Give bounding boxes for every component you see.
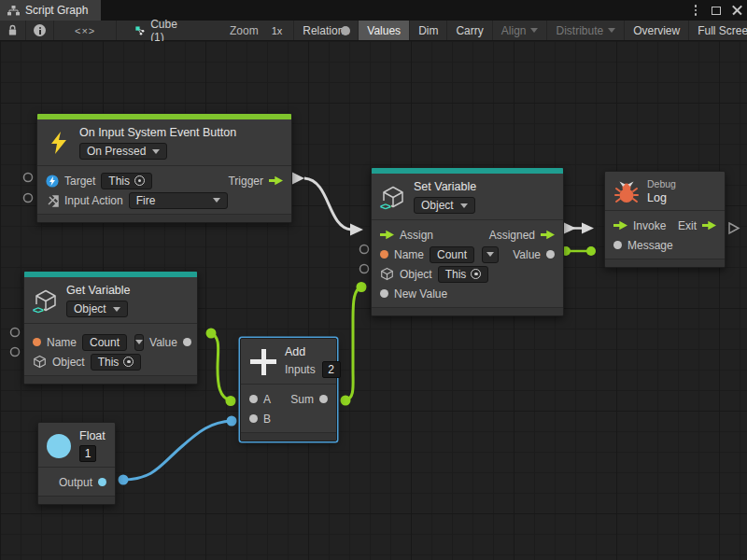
plus-icon [250,349,276,375]
chevron-down-icon [213,198,220,203]
chevron-down-icon [460,203,468,208]
node-title: Float [79,429,106,442]
variable-name-dropdown[interactable] [134,334,144,351]
object-picker-icon [134,175,145,186]
wire-sum-newvalue [345,287,361,401]
tab-script-graph[interactable]: Script Graph [0,0,101,21]
node-footer [372,307,563,315]
align-button[interactable]: Align [492,21,547,40]
variable-cube-icon: <> [381,185,405,209]
wire-float-b [123,421,232,480]
value-port-out [119,475,129,485]
sum-port[interactable] [319,395,328,403]
inputs-count-field[interactable]: 2 [322,361,341,378]
zoom-slider-handle[interactable] [341,26,350,35]
variable-name-chip[interactable]: Count [82,334,127,351]
object-picker-icon [123,357,134,367]
port-label: Assign [400,229,433,242]
tab-label: Script Graph [25,4,88,17]
distribute-button[interactable]: Distribute [546,21,624,40]
port-label: Object [400,268,432,281]
node-add[interactable]: Add Inputs 2 A Sum [240,338,337,441]
dim-button[interactable]: Dim [409,21,446,40]
port-label: New Value [394,287,447,301]
lightning-icon [47,131,71,155]
node-footer [605,259,725,267]
name-port[interactable] [33,338,41,346]
value-port-in [357,282,367,292]
chevron-down-icon [135,340,143,344]
script-graph-window: Script Graph <×> Cube (1) Zoom [0,0,747,560]
b-port[interactable] [249,414,258,423]
fullscreen-button[interactable]: Full Screen [688,21,747,40]
variable-scope-dropdown[interactable]: Object [414,197,475,214]
node-footer [38,496,115,504]
event-mode-dropdown[interactable]: On Pressed [79,143,167,160]
output-port[interactable] [98,478,106,486]
port-label: A [263,393,271,406]
a-port[interactable] [249,395,258,403]
value-port[interactable] [183,338,191,346]
node-header: <> Get Variable Object [24,277,197,323]
node-float[interactable]: Float 1 Output [37,422,116,505]
carry-button[interactable]: Carry [446,21,491,40]
node-header: Float 1 [38,423,115,467]
node-on-input-system-event[interactable]: On Input System Event Button On Pressed … [36,113,292,223]
port-label: Target [64,175,95,188]
object-this-chip[interactable]: This [438,266,489,283]
node-header: On Input System Event Button On Pressed [37,119,291,165]
port-label: Invoke [633,219,666,232]
exit-flow-port[interactable] [702,220,716,231]
node-body: Name Count Value Object [24,323,197,375]
port-label: Value [149,336,177,349]
node-footer [37,214,291,222]
variable-cube-icon: <> [34,288,58,313]
angle-x-icon: <×> [75,25,95,36]
graph-toolbar: <×> Cube (1) Zoom 1x Relations Values Di… [0,21,747,41]
float-value-field[interactable]: 1 [79,445,96,462]
new-value-port[interactable] [380,289,388,298]
target-this-chip[interactable]: This [101,173,152,189]
graph-target[interactable]: Cube (1) [117,18,192,44]
node-body: Invoke Exit Message [605,210,725,259]
node-header: Debug Log [605,172,725,210]
maximize-icon[interactable] [706,0,726,21]
node-debug-log[interactable]: Debug Log Invoke Exit Message [604,171,726,268]
inspect-button[interactable] [26,21,54,40]
node-title: Set Variable [414,180,476,193]
node-category: Debug [647,178,676,189]
message-port[interactable] [613,241,622,249]
zoom-value: 1x [272,25,283,36]
zoom-label: Zoom [230,24,259,37]
values-button[interactable]: Values [358,21,409,40]
node-get-variable[interactable]: <> Get Variable Object Name Count Value [23,271,198,385]
node-set-variable[interactable]: <> Set Variable Object Assign Assigned [371,167,564,316]
object-this-chip[interactable]: This [91,354,142,371]
flow-port-assign-in [350,224,363,236]
value-port[interactable] [546,250,555,259]
assign-flow-port[interactable] [380,230,394,240]
lock-button[interactable] [0,21,26,40]
node-header: <> Set Variable Object [372,174,563,219]
lock-icon [7,24,18,36]
overview-button[interactable]: Overview [624,21,688,40]
name-port[interactable] [380,250,388,259]
toolbar-buttons: Relations Values Dim Carry Align Distrib… [293,21,747,40]
invoke-flow-port[interactable] [613,220,627,231]
window-menu-icon[interactable] [685,0,706,21]
script-graph-icon [7,6,20,16]
object-picker-icon [471,269,481,279]
trigger-flow-port[interactable] [269,175,283,186]
variable-name-chip[interactable]: Count [430,246,474,263]
variable-scope-dropdown[interactable]: Object [66,301,128,317]
code-preview-button[interactable]: <×> [54,21,117,40]
node-footer [24,375,197,384]
input-action-dropdown[interactable]: Fire [129,192,228,209]
chevron-down-icon [152,149,160,154]
close-icon[interactable] [726,0,747,21]
port-label: Exit [678,219,697,232]
port-label: Object [52,356,85,369]
graph-canvas[interactable]: On Input System Event Button On Pressed … [0,41,747,560]
assigned-flow-port[interactable] [541,230,555,240]
variable-name-dropdown[interactable] [482,246,499,263]
